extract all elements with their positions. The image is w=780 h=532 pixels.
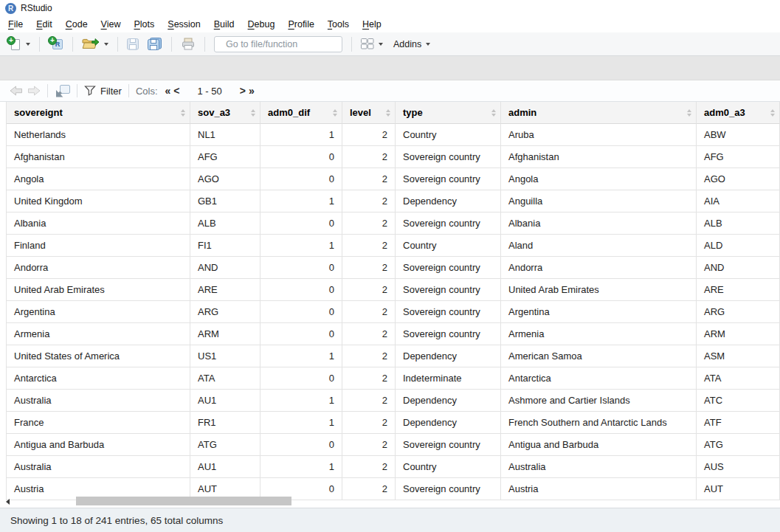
- scroll-left-arrow-icon[interactable]: [6, 499, 10, 505]
- goto-file-function-box[interactable]: [214, 36, 342, 52]
- cell-admin: Ashmore and Cartier Islands: [501, 390, 697, 412]
- addins-dropdown-caret-icon[interactable]: [426, 43, 430, 46]
- cell-level: 2: [342, 235, 396, 257]
- back-button[interactable]: [10, 86, 24, 96]
- addins-label: Addins: [393, 39, 421, 49]
- menu-item-help[interactable]: Help: [356, 18, 388, 31]
- cell-sovereignt: Antigua and Barbuda: [7, 434, 190, 456]
- viewer-toolbar-separator: [128, 84, 129, 97]
- sort-icon: [386, 109, 390, 117]
- show-in-new-window-button[interactable]: [55, 85, 70, 97]
- filter-funnel-icon: [84, 86, 96, 96]
- filter-label: Filter: [100, 86, 122, 97]
- cell-adm0_a3: AUS: [697, 456, 780, 478]
- menu-item-debug[interactable]: Debug: [241, 18, 282, 31]
- cell-type: Country: [396, 235, 501, 257]
- cell-sovereignt: Antarctica: [7, 367, 190, 390]
- toolbar-separator: [204, 37, 205, 52]
- table-row: AndorraAND02Sovereign countryAndorraAND: [7, 257, 780, 279]
- menu-item-session[interactable]: Session: [161, 18, 207, 31]
- cell-sovereignt: Albania: [7, 213, 190, 235]
- save-button[interactable]: [125, 37, 142, 52]
- cell-sovereignt: Netherlands: [7, 124, 190, 146]
- column-header-sovereignt[interactable]: sovereignt: [7, 102, 190, 124]
- menu-item-file[interactable]: File: [1, 18, 30, 31]
- data-table: sovereigntsov_a3adm0_difleveltypeadminad…: [6, 102, 780, 500]
- cell-sov_a3: ATA: [190, 367, 260, 390]
- workspace-panes-button[interactable]: [359, 37, 385, 51]
- new-file-dropdown-caret-icon[interactable]: [26, 43, 30, 46]
- cell-level: 2: [342, 323, 396, 345]
- cell-adm0_a3: ARM: [697, 323, 780, 345]
- menu-item-tools[interactable]: Tools: [321, 18, 356, 31]
- table-row: AlbaniaALB02Sovereign countryAlbaniaALB: [7, 213, 780, 235]
- cell-admin: Australia: [501, 456, 697, 478]
- table-header: sovereigntsov_a3adm0_difleveltypeadminad…: [7, 102, 780, 124]
- menu-item-build[interactable]: Build: [207, 18, 241, 31]
- cols-next-button[interactable]: >: [238, 85, 247, 97]
- panes-grid-icon: [361, 38, 374, 49]
- horizontal-scrollbar[interactable]: [0, 496, 780, 507]
- cell-sovereignt: France: [7, 412, 190, 434]
- save-icon: [127, 38, 139, 50]
- cell-adm0_dif: 1: [260, 124, 342, 146]
- filter-button[interactable]: Filter: [84, 86, 122, 97]
- open-file-dropdown-caret-icon[interactable]: [104, 43, 108, 46]
- forward-button[interactable]: [27, 86, 41, 96]
- cols-range: 1 - 50: [198, 86, 222, 97]
- pane-tab-strip: [0, 56, 780, 80]
- cols-prev-button[interactable]: <: [172, 85, 181, 97]
- new-file-button[interactable]: +: [5, 35, 32, 52]
- cell-type: Sovereign country: [396, 434, 501, 456]
- cols-last-button[interactable]: »: [247, 85, 256, 97]
- cell-level: 2: [342, 301, 396, 323]
- cell-type: Dependency: [396, 390, 501, 412]
- cell-sovereignt: Finland: [7, 235, 190, 257]
- cols-label: Cols:: [136, 86, 158, 97]
- cell-sovereignt: Australia: [7, 456, 190, 478]
- open-file-button[interactable]: [80, 36, 111, 52]
- cell-admin: Aruba: [501, 124, 697, 146]
- addins-button[interactable]: Addins: [389, 38, 432, 51]
- menu-item-profile[interactable]: Profile: [281, 18, 320, 31]
- column-header-admin[interactable]: admin: [501, 102, 697, 124]
- cell-type: Dependency: [396, 412, 501, 434]
- cell-sovereignt: United Kingdom: [7, 190, 190, 213]
- cell-level: 2: [342, 434, 396, 456]
- save-all-icon: [148, 38, 162, 50]
- scrollbar-thumb[interactable]: [76, 497, 291, 505]
- new-project-button[interactable]: R+: [46, 35, 66, 52]
- menu-item-plots[interactable]: Plots: [127, 18, 161, 31]
- cell-level: 2: [342, 456, 396, 478]
- column-header-level[interactable]: level: [342, 102, 396, 124]
- cell-sov_a3: ATG: [190, 434, 260, 456]
- cell-admin: American Samoa: [501, 345, 697, 367]
- cell-level: 2: [342, 124, 396, 146]
- cell-sov_a3: GB1: [190, 190, 260, 213]
- cell-sov_a3: AND: [190, 257, 260, 279]
- menu-item-edit[interactable]: Edit: [30, 18, 59, 31]
- menu-item-code[interactable]: Code: [59, 18, 94, 31]
- main-toolbar: + R+: [0, 32, 780, 56]
- cell-adm0_a3: AGO: [697, 168, 780, 190]
- table-row: United States of AmericaUS112DependencyA…: [7, 345, 780, 367]
- panes-dropdown-caret-icon[interactable]: [379, 43, 383, 46]
- column-header-type[interactable]: type: [396, 102, 501, 124]
- column-header-sov_a3[interactable]: sov_a3: [190, 102, 260, 124]
- cell-sov_a3: AFG: [190, 146, 260, 168]
- column-header-adm0_a3[interactable]: adm0_a3: [697, 102, 780, 124]
- cell-sovereignt: Andorra: [7, 257, 190, 279]
- cols-first-button[interactable]: «: [164, 85, 173, 97]
- cell-adm0_a3: ATF: [697, 412, 780, 434]
- save-all-button[interactable]: [145, 36, 165, 52]
- cell-admin: Anguilla: [501, 190, 697, 213]
- column-header-adm0_dif[interactable]: adm0_dif: [260, 102, 342, 124]
- sort-icon: [251, 109, 255, 117]
- print-button[interactable]: [179, 36, 198, 52]
- viewer-toolbar-separator: [47, 84, 48, 97]
- status-bar: Showing 1 to 18 of 241 entries, 65 total…: [0, 508, 780, 532]
- menu-item-view[interactable]: View: [94, 18, 128, 31]
- goto-file-function-input[interactable]: [226, 39, 345, 49]
- table-row: NetherlandsNL112CountryArubaABW: [7, 124, 780, 146]
- cell-type: Country: [396, 456, 501, 478]
